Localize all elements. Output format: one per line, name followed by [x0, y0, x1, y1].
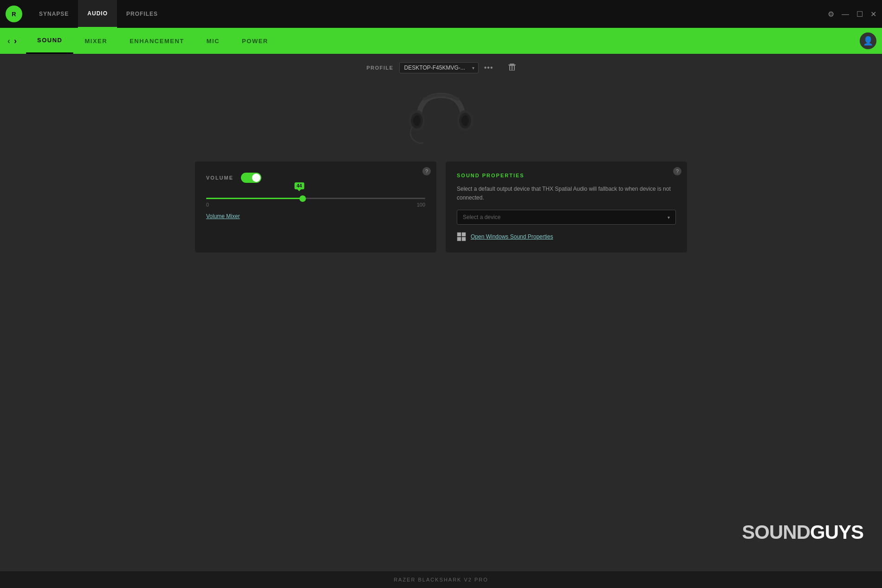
profile-more-button[interactable]: •••	[484, 64, 493, 72]
chevron-down-icon: ▾	[472, 65, 474, 71]
svg-rect-3	[510, 64, 514, 65]
profile-value: DESKTOP-F45KMVG-...	[404, 65, 465, 71]
svg-rect-7	[509, 65, 515, 66]
svg-rect-18	[457, 237, 461, 241]
slider-labels: 0 100	[206, 202, 425, 207]
slider-min-label: 0	[206, 202, 209, 207]
profile-dropdown[interactable]: DESKTOP-F45KMVG-... ▾	[399, 62, 479, 73]
tab-mixer[interactable]: MIXER	[73, 28, 118, 54]
volume-slider-thumb[interactable]: 44	[299, 195, 306, 202]
tab-profiles[interactable]: PROFILES	[117, 0, 167, 28]
svg-rect-2	[508, 65, 516, 65]
svg-rect-6	[514, 65, 515, 70]
help-icon: ?	[676, 168, 679, 174]
green-nav-tabs: SOUND MIXER ENHANCEMENT MIC POWER	[26, 28, 279, 54]
volume-card: ? VOLUME 44 0 100	[195, 162, 436, 252]
profile-delete-button[interactable]	[508, 63, 516, 73]
nav-forward-arrow[interactable]: ›	[14, 36, 17, 46]
headset-container	[0, 78, 882, 162]
profile-bar: PROFILE DESKTOP-F45KMVG-... ▾ •••	[0, 54, 882, 78]
svg-rect-19	[462, 237, 466, 241]
close-button[interactable]: ✕	[870, 10, 876, 19]
nav-arrows: ‹ ›	[7, 36, 17, 46]
volume-help-button[interactable]: ?	[422, 167, 431, 175]
sound-props-description: Select a default output device that THX …	[457, 185, 676, 202]
toggle-knob	[252, 174, 260, 182]
tab-mic[interactable]: MIC	[195, 28, 231, 54]
volume-tooltip: 44	[294, 182, 304, 189]
bottom-bar: RAZER BLACKSHARK V2 PRO	[0, 571, 882, 588]
device-select-placeholder: Select a device	[463, 214, 500, 220]
nav-back-arrow[interactable]: ‹	[7, 36, 10, 46]
slider-max-label: 100	[417, 202, 425, 207]
maximize-button[interactable]: ☐	[856, 10, 863, 19]
tab-synapse[interactable]: SYNAPSE	[30, 0, 78, 28]
avatar[interactable]: 👤	[860, 32, 876, 49]
svg-rect-5	[512, 65, 512, 70]
help-icon: ?	[425, 168, 428, 174]
volume-slider-track[interactable]: 44	[206, 198, 425, 199]
svg-rect-8	[509, 70, 515, 71]
svg-rect-16	[457, 233, 461, 236]
volume-toggle[interactable]	[241, 173, 261, 183]
sound-properties-card: ? SOUND PROPERTIES Select a default outp…	[446, 162, 687, 252]
main-content: PROFILE DESKTOP-F45KMVG-... ▾ •••	[0, 54, 882, 571]
sound-props-title: SOUND PROPERTIES	[457, 173, 676, 178]
svg-point-14	[461, 116, 469, 126]
volume-label: VOLUME	[206, 175, 233, 181]
guys-text: GUYS	[810, 521, 863, 543]
profile-label: PROFILE	[366, 65, 393, 71]
chevron-down-icon: ▾	[668, 215, 670, 220]
volume-header: VOLUME	[206, 173, 425, 183]
svg-rect-4	[509, 65, 510, 70]
device-name-label: RAZER BLACKSHARK V2 PRO	[394, 577, 488, 582]
volume-mixer-link[interactable]: Volume Mixer	[206, 213, 425, 220]
razer-logo: R	[6, 6, 22, 22]
soundguys-watermark: SOUNDGUYS	[742, 521, 863, 543]
volume-slider-fill	[206, 198, 303, 199]
open-windows-sound-link[interactable]: Open Windows Sound Properties	[457, 232, 676, 241]
tab-power[interactable]: POWER	[231, 28, 279, 54]
tab-enhancement[interactable]: ENHANCEMENT	[118, 28, 195, 54]
cards-container: ? VOLUME 44 0 100	[0, 162, 882, 252]
top-nav-tabs: SYNAPSE AUDIO PROFILES	[30, 0, 167, 28]
windows-sound-text: Open Windows Sound Properties	[471, 233, 553, 240]
minimize-button[interactable]: —	[842, 10, 849, 18]
avatar-icon: 👤	[863, 36, 873, 46]
top-bar: R SYNAPSE AUDIO PROFILES ⚙ — ☐ ✕	[0, 0, 882, 28]
svg-text:R: R	[12, 11, 16, 18]
sound-props-help-button[interactable]: ?	[673, 167, 681, 175]
device-select-dropdown[interactable]: Select a device ▾	[457, 210, 676, 225]
tab-audio[interactable]: AUDIO	[78, 0, 117, 28]
headset-image	[404, 83, 478, 148]
soundguys-logo: SOUNDGUYS	[742, 521, 863, 543]
svg-point-11	[413, 116, 421, 126]
svg-rect-17	[462, 233, 466, 236]
top-bar-controls: ⚙ — ☐ ✕	[828, 10, 876, 19]
tab-sound[interactable]: SOUND	[26, 28, 73, 54]
volume-slider-container: 44 0 100	[206, 198, 425, 207]
svg-point-15	[423, 140, 427, 144]
settings-icon[interactable]: ⚙	[828, 10, 834, 19]
user-avatar-area: 👤	[860, 32, 876, 49]
windows-logo-icon	[457, 232, 466, 241]
sound-text: SOUND	[742, 521, 810, 543]
green-nav-bar: ‹ › SOUND MIXER ENHANCEMENT MIC POWER 👤	[0, 28, 882, 54]
